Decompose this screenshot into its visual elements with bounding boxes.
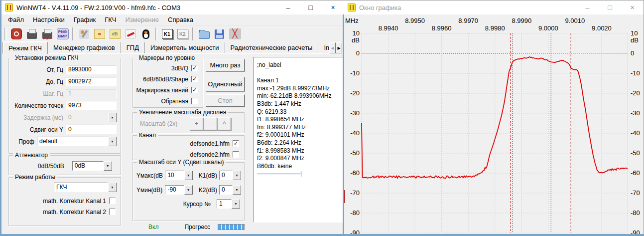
work-mode-group: Режим работы ГКЧ▼ math. Korrektur Kanal …	[8, 177, 121, 226]
field-label: Задержка (мс)	[23, 114, 63, 121]
menu-item-1[interactable]: Файл	[3, 15, 28, 24]
minimize-button[interactable]: –	[576, 0, 599, 14]
stop-button[interactable]: Стоп	[206, 94, 245, 107]
save-icon[interactable]	[213, 27, 226, 41]
svg-text:0: 0	[631, 49, 634, 57]
chevron-down-icon[interactable]: ▼	[233, 171, 241, 180]
delete-trace-icon[interactable]: ╳	[228, 27, 242, 41]
tab-scroll-left-button[interactable]: ◀	[329, 42, 336, 53]
power-icon[interactable]	[9, 27, 23, 41]
print-icon[interactable]	[25, 27, 38, 41]
svg-text:9.0010: 9.0010	[565, 17, 585, 24]
k2-select[interactable]: 0▼	[219, 185, 241, 195]
checkbox-label: defsonde1.hfm	[190, 140, 230, 147]
checkbox[interactable]: ✓	[233, 140, 239, 147]
tab-4[interactable]: Измеритель мощности	[145, 42, 225, 53]
input-до-гц[interactable]: 9002972	[66, 77, 117, 86]
cursor-number-label: Курсор №	[183, 201, 211, 208]
k1-select[interactable]: 0▼	[219, 171, 241, 180]
menu-item-4[interactable]: ГКЧ	[100, 15, 121, 24]
chevron-down-icon[interactable]: ▼	[184, 171, 193, 180]
chevron-down-icon[interactable]: ▼	[104, 161, 112, 171]
zoom-in-button[interactable]: +	[190, 117, 203, 130]
svg-text:-50: -50	[631, 149, 640, 157]
channel-group: Канал defsonde1.hfm✓defsonde2.hfm	[132, 135, 245, 160]
input-сдвиг-оси-y[interactable]: 0	[66, 125, 117, 134]
db-scale-icon[interactable]: dB	[108, 27, 122, 41]
on-status-label: Вкл	[148, 224, 158, 231]
ymin-select[interactable]: -90▼	[165, 185, 192, 195]
field-label: Количество точек	[14, 102, 63, 109]
tab-1[interactable]: Режим ГКЧ	[2, 41, 48, 54]
penguin-icon[interactable]	[139, 27, 152, 41]
open-folder-icon[interactable]	[197, 27, 211, 41]
chevron-down-icon[interactable]: ▼	[108, 137, 117, 146]
work-mode-select[interactable]: ГКЧ▼	[54, 183, 117, 192]
checkbox[interactable]: ✓	[191, 65, 198, 71]
close-button[interactable]: ×	[322, 0, 344, 14]
frequency-response-chart: 101000-10-10-20-20-30-30-40-40-50-50-60-…	[344, 0, 644, 235]
chevron-down-icon[interactable]: ▼	[108, 183, 117, 192]
menu-item-3[interactable]: График	[69, 15, 100, 24]
info-line: f2: 9.000101 MHz	[257, 131, 344, 139]
info-line: max:-1.29dB 8.999273MHz	[257, 85, 344, 93]
checkbox-label: math. Korrektur Kanal 2	[43, 209, 106, 216]
checkbox[interactable]	[233, 151, 239, 158]
tab-3[interactable]: ГПД	[121, 42, 145, 53]
chevron-down-icon[interactable]: ▼	[232, 199, 240, 209]
sweep-continuous-button[interactable]: Много раз	[206, 59, 245, 71]
tab-2[interactable]: Менеджер графиков	[48, 42, 121, 53]
svg-text:8.9960: 8.9960	[432, 24, 452, 32]
maximize-button[interactable]: □	[299, 0, 322, 14]
checkbox-label: Обратная	[161, 98, 188, 105]
menu-item-6[interactable]: Справка	[163, 15, 198, 24]
checkbox[interactable]: ✓	[191, 76, 198, 82]
ymax-select[interactable]: 10▼	[165, 171, 192, 180]
svg-text:8.9970: 8.9970	[458, 17, 478, 24]
minimize-button[interactable]: –	[277, 0, 299, 14]
menu-item-2[interactable]: Настройки	[28, 15, 69, 24]
tools-icon[interactable]	[77, 27, 91, 41]
export-image-icon[interactable]: PNGBMP	[56, 27, 69, 41]
graph-titlebar[interactable]: Окно графика – □ ×	[344, 0, 644, 14]
checkbox[interactable]	[109, 198, 116, 204]
info-line: f1: 8.998654 MHz	[257, 116, 344, 124]
swiss-knife-icon[interactable]	[124, 27, 137, 41]
sweep-single-button[interactable]: Одиночный	[206, 77, 245, 91]
input-от-гц[interactable]: 8993000	[66, 65, 117, 74]
maximize-button[interactable]: □	[599, 0, 621, 14]
checkbox[interactable]	[191, 98, 198, 104]
checkbox[interactable]: ✓	[191, 87, 198, 93]
print-pdf-icon[interactable]: PDF	[40, 27, 54, 41]
tab-scroll-right-button[interactable]: ▶	[336, 42, 342, 53]
checkbox[interactable]	[109, 209, 116, 215]
input-количество-точек[interactable]: 9973	[66, 101, 117, 110]
tab-5[interactable]: Радиотехнические расчеты	[225, 42, 319, 53]
graph-paper-icon[interactable]: ≈	[93, 27, 106, 41]
chevron-down-icon[interactable]: ▼	[233, 185, 241, 195]
zoom-reset-button[interactable]: ^	[218, 117, 231, 130]
svg-text:-20: -20	[350, 89, 360, 97]
cursor-number-select[interactable]: 1▼	[217, 199, 240, 209]
main-titlebar[interactable]: WinNWT4 - V.4.11.09 - FW:2.109:V00 - hfm…	[1, 0, 344, 14]
zoom-out-button[interactable]: -	[204, 117, 217, 130]
input-проф[interactable]: default▼	[37, 137, 117, 146]
checkbox-label: Маркировка линий	[136, 87, 188, 94]
svg-text:10: 10	[353, 29, 360, 37]
group-title: Масштаб оси Y (Сдвиг шкалы)	[137, 159, 226, 166]
checkbox-label: 3dB/Q	[171, 65, 188, 72]
chevron-down-icon[interactable]: ▼	[184, 185, 193, 195]
svg-text:8.9980: 8.9980	[485, 24, 505, 32]
attenuator-select[interactable]: 0dB▼	[72, 161, 112, 171]
k1-correction-icon[interactable]: K1	[160, 27, 174, 41]
close-button[interactable]: ×	[621, 0, 644, 14]
svg-text:-10: -10	[631, 69, 640, 77]
svg-text:10: 10	[631, 29, 638, 37]
svg-text:dB: dB	[352, 36, 360, 44]
info-line	[257, 69, 344, 77]
chevron-down-icon[interactable]: ▼	[108, 113, 117, 122]
svg-text:-60: -60	[350, 169, 360, 177]
info-line: ;no_label	[257, 61, 344, 69]
measurement-info-panel[interactable]: ;no_label Канал 1max:-1.29dB 8.999273MHz…	[253, 57, 345, 223]
info-line: B6db: 2.264 kHz	[257, 139, 344, 147]
